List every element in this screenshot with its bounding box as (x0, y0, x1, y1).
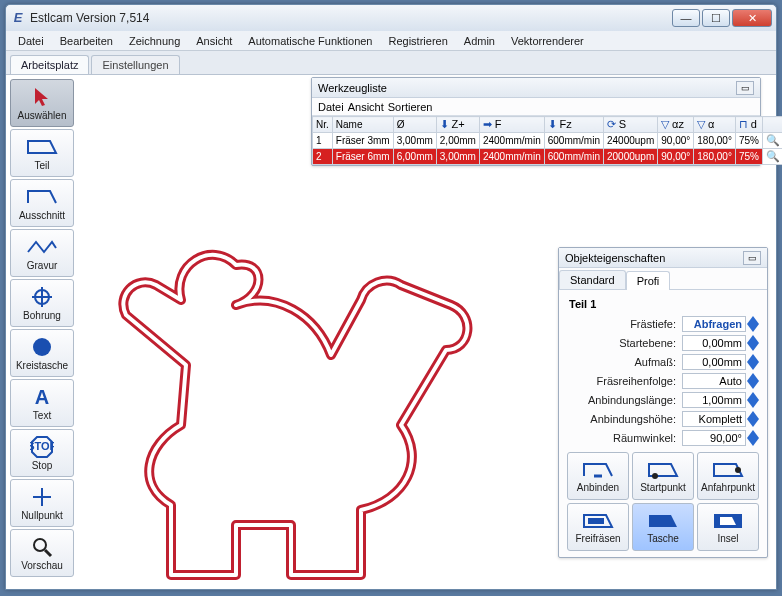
app-window: E Estlcam Version 7,514 — ☐ ✕ Datei Bear… (5, 4, 777, 590)
spindle-icon: ⟳ (607, 118, 616, 130)
origin-icon (31, 485, 53, 509)
spinner[interactable] (747, 392, 759, 408)
tool-edit-icon[interactable]: 🔍 (766, 150, 780, 163)
spinner[interactable] (747, 335, 759, 351)
anglez-icon: ▽ (661, 118, 669, 130)
toollist-menu-datei[interactable]: Datei (318, 101, 344, 113)
angle-icon: ▽ (697, 118, 705, 130)
tool-edit-icon[interactable]: 🔍 (766, 134, 780, 147)
prop-raeumwinkel: Räumwinkel: 90,00° (567, 430, 759, 446)
anbindungslaenge-input[interactable]: 1,00mm (682, 392, 746, 408)
anbindungshoehe-input[interactable]: Komplett (682, 411, 746, 427)
tool-bohrung[interactable]: Bohrung (10, 279, 74, 327)
maximize-button[interactable]: ☐ (702, 9, 730, 27)
tool-row-selected[interactable]: 2 Fräser 6mm 6,00mm 3,00mm 2400mm/min 60… (313, 149, 783, 165)
anbinden-icon (582, 460, 614, 480)
menu-ansicht[interactable]: Ansicht (190, 33, 238, 49)
menu-datei[interactable]: Datei (12, 33, 50, 49)
tool-text[interactable]: A Text (10, 379, 74, 427)
toollist-title: Werkzeugliste (318, 82, 387, 94)
tool-nullpunkt[interactable]: Nullpunkt (10, 479, 74, 527)
objprops-panel: Objekteigenschaften ▭ Standard Profi Tei… (558, 247, 768, 558)
menubar: Datei Bearbeiten Zeichnung Ansicht Autom… (6, 31, 776, 51)
obj-group-label: Teil 1 (569, 298, 759, 310)
spinner[interactable] (747, 354, 759, 370)
btn-freifraesen[interactable]: Freifräsen (567, 503, 629, 551)
menu-registrieren[interactable]: Registrieren (383, 33, 454, 49)
btn-anfahrpunkt[interactable]: Anfahrpunkt (697, 452, 759, 500)
part-icon (26, 135, 58, 159)
prop-fraestiefe: Frästiefe: Abfragen (567, 316, 759, 332)
magnifier-icon (31, 535, 53, 559)
btn-insel[interactable]: Insel (697, 503, 759, 551)
menu-autofunk[interactable]: Automatische Funktionen (242, 33, 378, 49)
menu-admin[interactable]: Admin (458, 33, 501, 49)
btn-tasche[interactable]: Tasche (632, 503, 694, 551)
depth-icon: ⊓ (739, 118, 748, 130)
circlepocket-icon (31, 335, 53, 359)
svg-line-9 (45, 550, 51, 556)
svg-point-8 (34, 539, 46, 551)
tasche-icon (647, 511, 679, 531)
aufmass-input[interactable]: 0,00mm (682, 354, 746, 370)
cursor-icon (32, 85, 52, 109)
tool-auswaehlen[interactable]: Auswählen (10, 79, 74, 127)
spinner[interactable] (747, 430, 759, 446)
svg-rect-13 (588, 518, 604, 524)
menu-bearbeiten[interactable]: Bearbeiten (54, 33, 119, 49)
freifraesen-icon (582, 511, 614, 531)
insel-icon (712, 511, 744, 531)
menu-zeichnung[interactable]: Zeichnung (123, 33, 186, 49)
toollist-menu-sortieren[interactable]: Sortieren (388, 101, 433, 113)
tabbar: Arbeitsplatz Einstellungen (6, 51, 776, 75)
tool-ausschnitt[interactable]: Ausschnitt (10, 179, 74, 227)
tool-vorschau[interactable]: Vorschau (10, 529, 74, 577)
sidebar: Auswählen Teil Ausschnitt Gravur (10, 79, 80, 579)
menu-vektor[interactable]: Vektorrenderer (505, 33, 590, 49)
canvas-drawing[interactable] (116, 225, 536, 596)
prop-fraesreihenfolge: Fräsreihenfolge: Auto (567, 373, 759, 389)
drill-icon (31, 285, 53, 309)
raeumwinkel-input[interactable]: 90,00° (682, 430, 746, 446)
plunge-icon: ⬇ (548, 118, 557, 130)
tool-gravur[interactable]: Gravur (10, 229, 74, 277)
toollist-panel: Werkzeugliste ▭ Datei Ansicht Sortieren … (311, 77, 761, 166)
tool-row[interactable]: 1 Fräser 3mm 3,00mm 2,00mm 2400mm/min 60… (313, 133, 783, 149)
objtab-standard[interactable]: Standard (559, 270, 626, 289)
cutout-icon (26, 185, 58, 209)
engrave-icon (26, 235, 58, 259)
objtab-profi[interactable]: Profi (626, 271, 671, 290)
app-icon: E (10, 10, 26, 26)
btn-startpunkt[interactable]: Startpunkt (632, 452, 694, 500)
prop-anbindungslaenge: Anbindungslänge: 1,00mm (567, 392, 759, 408)
tool-table[interactable]: Nr. Name Ø ⬇ Z+ ➡ F ⬇ Fz ⟳ S ▽ αz ▽ α ⊓ … (312, 116, 782, 165)
tab-arbeitsplatz[interactable]: Arbeitsplatz (10, 55, 89, 74)
prop-startebene: Startebene: 0,00mm (567, 335, 759, 351)
titlebar[interactable]: E Estlcam Version 7,514 — ☐ ✕ (6, 5, 776, 31)
svg-point-3 (33, 338, 51, 356)
workarea[interactable]: Auswählen Teil Ausschnitt Gravur (6, 75, 776, 589)
tool-teil[interactable]: Teil (10, 129, 74, 177)
spinner[interactable] (747, 373, 759, 389)
objprops-close-button[interactable]: ▭ (743, 251, 761, 265)
tab-einstellungen[interactable]: Einstellungen (91, 55, 179, 74)
toollist-menu-ansicht[interactable]: Ansicht (348, 101, 384, 113)
stop-icon: STOP (30, 435, 54, 459)
spinner[interactable] (747, 316, 759, 332)
tool-kreistasche[interactable]: Kreistasche (10, 329, 74, 377)
fraestiefe-input[interactable]: Abfragen (682, 316, 746, 332)
anfahrpunkt-icon (712, 460, 744, 480)
spinner[interactable] (747, 411, 759, 427)
window-title: Estlcam Version 7,514 (30, 11, 670, 25)
btn-anbinden[interactable]: Anbinden (567, 452, 629, 500)
zplus-icon: ⬇ (440, 118, 449, 130)
objprops-title: Objekteigenschaften (565, 252, 665, 264)
close-button[interactable]: ✕ (732, 9, 772, 27)
text-icon: A (35, 385, 49, 409)
toollist-close-button[interactable]: ▭ (736, 81, 754, 95)
prop-anbindungshoehe: Anbindungshöhe: Komplett (567, 411, 759, 427)
minimize-button[interactable]: — (672, 9, 700, 27)
fraesreihenfolge-input[interactable]: Auto (682, 373, 746, 389)
tool-stop[interactable]: STOP Stop (10, 429, 74, 477)
startebene-input[interactable]: 0,00mm (682, 335, 746, 351)
